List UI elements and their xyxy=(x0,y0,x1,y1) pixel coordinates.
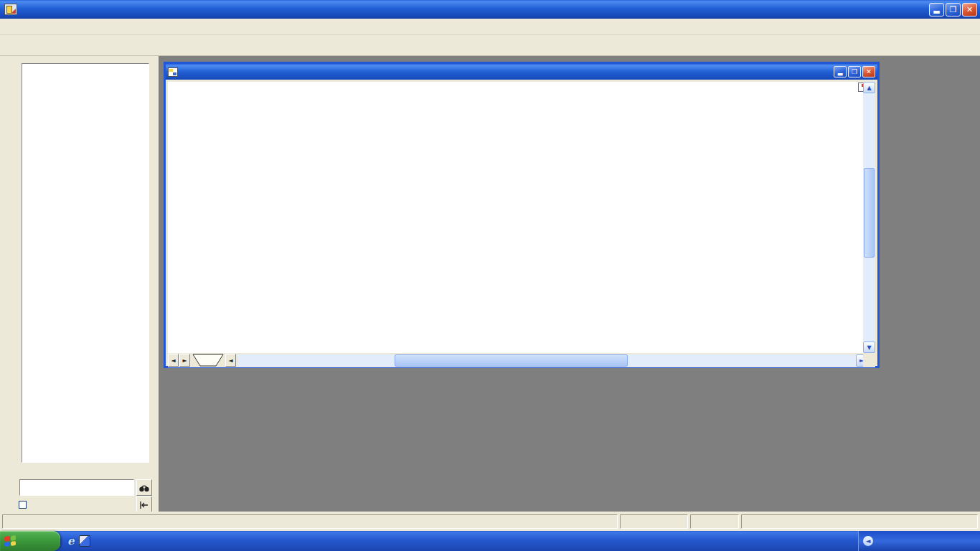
next-sheet-button[interactable]: ► xyxy=(179,354,190,367)
status-field-sheet xyxy=(690,514,739,529)
search-input[interactable] xyxy=(19,479,134,496)
cfc-canvas xyxy=(168,82,867,353)
status-field-1 xyxy=(620,514,688,529)
sheet-tab[interactable] xyxy=(192,354,224,367)
mdi-area: ▬ ❐ ✕ ▲ ▼ ◄ xyxy=(159,56,980,512)
block-catalog-tree xyxy=(22,63,149,463)
taskbar: e xyxy=(0,531,980,551)
hscroll-left-button[interactable]: ◄ xyxy=(225,354,236,367)
chart-maximize-button[interactable]: ❐ xyxy=(848,66,861,77)
start-button[interactable] xyxy=(0,531,60,551)
minimize-button[interactable]: ▬ xyxy=(929,3,944,17)
find-initial-letter-option xyxy=(19,501,30,509)
menu-bar xyxy=(0,19,980,35)
tray-chevron-icon[interactable]: ◄ xyxy=(863,536,873,546)
prev-sheet-button[interactable]: ◄ xyxy=(168,354,179,367)
find-initial-letter-checkbox[interactable] xyxy=(19,501,27,509)
toolbar xyxy=(0,35,980,56)
chart-window-titlebar: ▬ ❐ ✕ xyxy=(166,64,877,80)
workspace: ▬ ❐ ✕ ▲ ▼ ◄ xyxy=(0,56,980,512)
internet-explorer-icon[interactable]: e xyxy=(67,534,75,547)
quick-launch: e xyxy=(67,534,90,547)
cfc-app-icon xyxy=(4,4,17,15)
window-titlebar: ▬ ❐ ✕ xyxy=(0,0,980,19)
catalog-panel xyxy=(0,56,159,512)
chart-close-button[interactable]: ✕ xyxy=(862,66,875,77)
windows-logo-icon xyxy=(4,535,16,547)
jump-to-letter-button[interactable] xyxy=(136,496,152,513)
horizontal-scrollbar[interactable] xyxy=(238,354,856,367)
system-tray: ◄ xyxy=(858,531,980,551)
horizontal-scroll-thumb[interactable] xyxy=(395,354,628,367)
status-help-text xyxy=(2,514,618,529)
quick-launch-icon-2[interactable] xyxy=(79,535,90,547)
jump-arrow-icon xyxy=(139,500,149,510)
vertical-scrollbar[interactable]: ▲ ▼ xyxy=(863,82,875,353)
binoculars-icon xyxy=(138,483,150,493)
scrollbar-corner xyxy=(863,353,875,367)
find-button[interactable] xyxy=(136,479,152,496)
maximize-button[interactable]: ❐ xyxy=(946,3,961,17)
chart-minimize-button[interactable]: ▬ xyxy=(834,66,847,77)
screen: ▬ ❐ ✕ xyxy=(0,0,980,551)
close-button[interactable]: ✕ xyxy=(962,3,977,17)
status-field-context xyxy=(741,514,978,529)
vertical-scroll-thumb[interactable] xyxy=(864,168,875,258)
chart-window-icon xyxy=(168,67,178,77)
sheet-bar: ◄ ► ◄ ► xyxy=(168,353,867,367)
scroll-down-button[interactable]: ▼ xyxy=(863,342,875,353)
chart-window: ▬ ❐ ✕ ▲ ▼ ◄ xyxy=(164,62,880,368)
scroll-up-button[interactable]: ▲ xyxy=(863,82,875,93)
status-bar xyxy=(0,512,980,531)
